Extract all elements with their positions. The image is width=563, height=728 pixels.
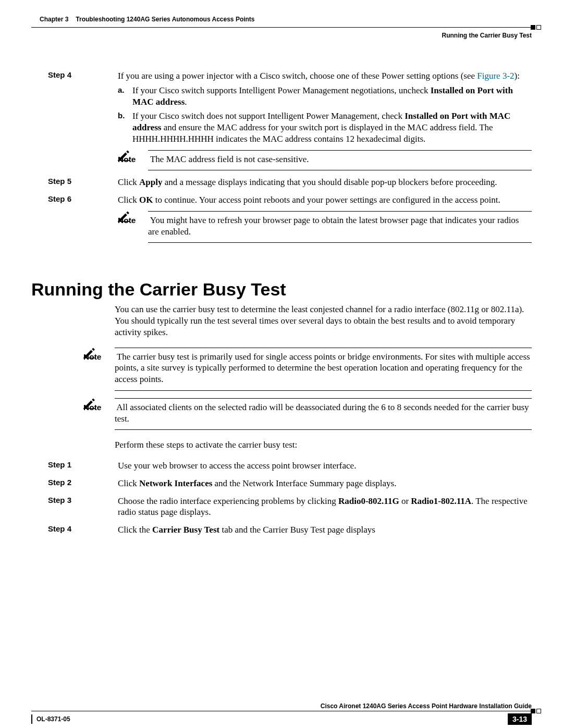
bold-text: Network Interfaces [139, 478, 212, 488]
text: and a message displays indicating that y… [163, 177, 497, 187]
figure-ref-link[interactable]: Figure 3-2 [477, 71, 514, 81]
step-body: Use your web browser to access the acces… [118, 460, 532, 472]
chapter-title: Troubleshooting 1240AG Series Autonomous… [76, 16, 254, 23]
text: and the Network Interface Summary page d… [212, 478, 396, 488]
chapter-label: Chapter 3 [40, 16, 68, 23]
footer-doc-title: Cisco Aironet 1240AG Series Access Point… [31, 702, 532, 710]
step-label: Step 6 [48, 194, 116, 243]
step-body: Click Network Interfaces and the Network… [118, 478, 532, 489]
pen-icon [83, 398, 97, 410]
step-label: Step 4 [48, 70, 116, 170]
bold-text: OK [139, 195, 153, 205]
pen-icon [118, 150, 131, 162]
step-label: Step 3 [48, 496, 116, 519]
text: Click the [118, 525, 152, 535]
sub-label: b. [118, 110, 132, 144]
note-block: Note The MAC address field is not case-s… [118, 150, 532, 171]
step-4-row: Step 4 If you are using a power injector… [48, 70, 532, 170]
header-decor-icon [531, 25, 541, 30]
step-body: Choose the radio interface experiencing … [118, 496, 532, 519]
sublist: a. If your Cisco switch supports Intelli… [118, 85, 532, 145]
cb-step-2: Step 2 Click Network Interfaces and the … [48, 478, 532, 489]
note-text: All associated clients on the selected r… [115, 402, 529, 424]
section-intro: You can use the carrier busy test to det… [115, 304, 532, 338]
text: If your Cisco switch supports Intelligen… [132, 85, 431, 95]
pen-icon [118, 211, 131, 223]
footer-ol-number: OL-8371-05 [36, 715, 70, 723]
note-wide-2: Note All associated clients on the selec… [83, 398, 532, 430]
text: tab and the Carrier Busy Test page displ… [219, 525, 375, 535]
page-number-badge: 3-13 [508, 713, 532, 725]
text: or [399, 496, 411, 506]
subitem-b: b. If your Cisco switch does not support… [118, 110, 532, 144]
note-icon-col [118, 211, 148, 243]
step-label: Step 5 [48, 177, 116, 188]
step-body: If you are using a power injector with a… [118, 70, 532, 170]
section-heading: Running the Carrier Busy Test [31, 279, 532, 300]
note-icon-col [118, 150, 148, 171]
note-block: Note You might have to refresh your brow… [118, 211, 532, 243]
bold-text: Radio0-802.11G [338, 496, 399, 506]
step-body: Click OK to continue. Your access point … [118, 194, 532, 243]
text: Click [118, 195, 139, 205]
running-header: Chapter 3 Troubleshooting 1240AG Series … [31, 16, 532, 39]
header-rule [31, 27, 532, 28]
cb-step-3: Step 3 Choose the radio interface experi… [48, 496, 532, 519]
text: ): [515, 71, 520, 81]
note-text: The MAC address field is not case-sensit… [150, 154, 309, 164]
text: Click [118, 177, 139, 187]
footer-decor-icon [531, 709, 541, 713]
text: to continue. Your access point reboots a… [153, 195, 500, 205]
text: . [185, 97, 187, 107]
text: and ensure the MAC address for your swit… [132, 122, 493, 144]
step-body: Click Apply and a message displays indic… [118, 177, 532, 188]
text: Choose the radio interface experiencing … [118, 496, 338, 506]
sub-label: a. [118, 85, 132, 108]
cb-step-4: Step 4 Click the Carrier Busy Test tab a… [48, 524, 532, 536]
page: Chapter 3 Troubleshooting 1240AG Series … [0, 16, 563, 728]
bold-text: Apply [139, 177, 162, 187]
text: Click [118, 478, 139, 488]
note-text: You might have to refresh your browser p… [148, 215, 519, 237]
bold-text: Carrier Busy Test [152, 525, 219, 535]
step-label: Step 1 [48, 460, 116, 472]
perform-intro: Perform these steps to activate the carr… [115, 439, 532, 451]
note-wide-1: Note The carrier busy test is primarily … [83, 348, 532, 391]
step-label: Step 2 [48, 478, 116, 489]
step-6-row: Step 6 Click OK to continue. Your access… [48, 194, 532, 243]
content-area: Step 4 If you are using a power injector… [31, 70, 532, 536]
header-section-ref: Running the Carrier Busy Test [31, 32, 532, 39]
bold-text: Radio1-802.11A [411, 496, 471, 506]
running-footer: Cisco Aironet 1240AG Series Access Point… [31, 702, 532, 725]
cb-step-1: Step 1 Use your web browser to access th… [48, 460, 532, 472]
step-5-row: Step 5 Click Apply and a message display… [48, 177, 532, 188]
note-text: The carrier busy test is primarily used … [115, 352, 530, 385]
step-label: Step 4 [48, 524, 116, 536]
pen-icon [83, 348, 97, 359]
text: If you are using a power injector with a… [118, 71, 477, 81]
text: If your Cisco switch does not support In… [132, 111, 405, 121]
subitem-a: a. If your Cisco switch supports Intelli… [118, 85, 532, 108]
step-body: Click the Carrier Busy Test tab and the … [118, 524, 532, 536]
